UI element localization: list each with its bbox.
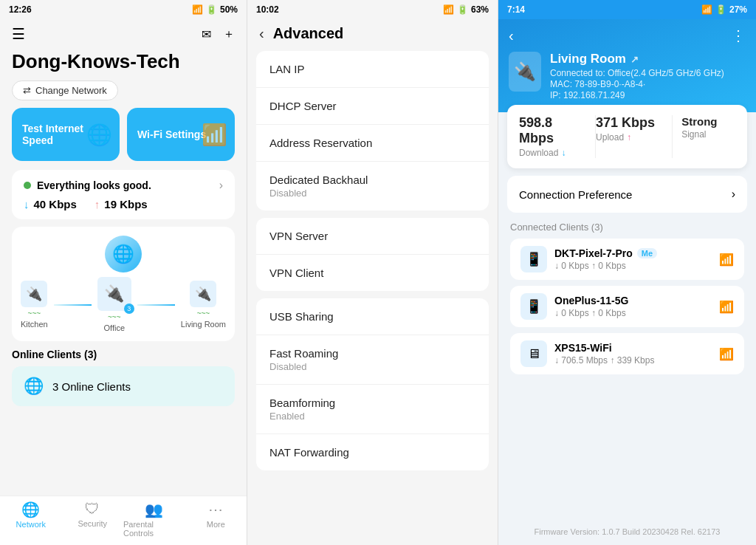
connected-clients-title: Connected Clients (3) bbox=[510, 222, 744, 233]
menu-item-nat-forwarding[interactable]: NAT Forwarding bbox=[256, 434, 489, 470]
firmware-version: Firmware Version: 1.0.7 Build 20230428 R… bbox=[498, 521, 756, 545]
status-indicator bbox=[24, 182, 31, 189]
nav-item-more[interactable]: ⋯ More bbox=[185, 501, 247, 538]
menu-item-address-reservation[interactable]: Address Reservation bbox=[256, 125, 489, 162]
online-clients-label: 3 Online Clients bbox=[52, 380, 131, 393]
device-header: ‹ ⋮ 🔌 Living Room ↗ Connected to: Office… bbox=[498, 19, 756, 112]
speed-icon: 🌐 bbox=[86, 123, 112, 147]
client-card-0[interactable]: 📱 DKT-Pixel-7-Pro Me ↓ 0 Kbps ↑ 0 Kbps 📶 bbox=[510, 239, 744, 280]
panel-device-detail: 7:14 📶 🔋 27% ‹ ⋮ 🔌 Living Room ↗ Connect… bbox=[498, 0, 756, 545]
menu-item-vpn-server[interactable]: VPN Server bbox=[256, 218, 489, 255]
nav-item-security[interactable]: 🛡 Security bbox=[62, 501, 124, 538]
back-button-3[interactable]: ‹ bbox=[509, 27, 514, 44]
wifi-settings-icon: 📶 bbox=[202, 123, 227, 147]
me-badge: Me bbox=[637, 248, 657, 258]
clients-globe-icon: 🌐 bbox=[24, 377, 44, 396]
online-clients-title: Online Clients (3) bbox=[12, 349, 235, 360]
app-title: Dong-Knows-Tech bbox=[12, 50, 235, 73]
online-clients-section: Online Clients (3) 🌐 3 Online Clients bbox=[0, 349, 247, 412]
nav-item-parental[interactable]: 👥 Parental Controls bbox=[123, 501, 185, 538]
speed-info-card: 598.8 Mbps Download ↓ 371 Kbps Upload ↑ … bbox=[507, 105, 747, 168]
security-nav-icon: 🛡 bbox=[85, 501, 100, 518]
device-avatar: 🔌 bbox=[509, 52, 541, 92]
client-card-1[interactable]: 📱 OnePlus-11-5G ↓ 0 Kbps ↑ 0 Kbps 📶 bbox=[510, 286, 744, 327]
network-nav-icon: 🌐 bbox=[21, 501, 40, 518]
device-ip: IP: 192.168.71.249 bbox=[550, 90, 746, 100]
node-office[interactable]: 🔌 3 ~~~ Office bbox=[97, 277, 131, 332]
hamburger-menu[interactable]: ☰ bbox=[12, 25, 25, 43]
device-connected: Connected to: Office(2.4 GHz/5 GHz/6 GHz… bbox=[550, 68, 746, 78]
upload-speed: ↑ 19 Kbps bbox=[94, 198, 148, 210]
time-2: 10:02 bbox=[256, 4, 279, 15]
menu-item-beamforming[interactable]: Beamforming Enabled bbox=[256, 385, 489, 434]
status-bar-3: 7:14 📶 🔋 27% bbox=[498, 0, 756, 19]
globe-icon: 🌐 bbox=[105, 236, 142, 272]
menu-group-3: USB Sharing Fast Roaming Disabled Beamfo… bbox=[256, 298, 489, 470]
chevron-right-icon: › bbox=[219, 179, 223, 192]
test-internet-speed-card[interactable]: Test Internet Speed 🌐 bbox=[12, 108, 120, 161]
connection-preference-row[interactable]: Connection Preference › bbox=[507, 176, 747, 213]
node-kitchen[interactable]: 🔌 ~~~ Kitchen bbox=[21, 281, 48, 329]
download-col: 598.8 Mbps Download ↓ bbox=[519, 115, 596, 158]
wifi-icon-1: 📶 bbox=[719, 300, 734, 314]
status-bar-1: 12:26 📶 🔋 50% bbox=[0, 0, 247, 19]
quick-actions: Test Internet Speed 🌐 Wi-Fi Settings 📶 bbox=[0, 108, 247, 170]
connected-clients-section: Connected Clients (3) 📱 DKT-Pixel-7-Pro … bbox=[498, 213, 756, 385]
menu-item-lan-ip[interactable]: LAN IP bbox=[256, 51, 489, 88]
up-arrow-icon: ↑ bbox=[94, 198, 100, 210]
client-avatar-1: 📱 bbox=[520, 293, 547, 320]
parental-nav-icon: 👥 bbox=[145, 501, 163, 518]
panel1-header: ☰ ✉ ＋ bbox=[0, 19, 247, 47]
advanced-header: ‹ Advanced bbox=[247, 19, 498, 51]
device-name-label: Living Room bbox=[550, 52, 626, 66]
more-nav-icon: ⋯ bbox=[208, 501, 223, 518]
upload-col: 371 Kbps Upload ↑ bbox=[596, 115, 673, 158]
menu-group-1: LAN IP DHCP Server Address Reservation D… bbox=[256, 51, 489, 210]
external-link-icon[interactable]: ↗ bbox=[630, 54, 639, 65]
device-mac: MAC: 78-89-B9-0·-A8-4· bbox=[550, 79, 746, 89]
add-icon[interactable]: ＋ bbox=[223, 27, 235, 42]
connection-pref-chevron: › bbox=[732, 188, 735, 201]
signal-col: Strong Signal bbox=[673, 115, 735, 158]
network-topology: 🌐 🔌 ~~~ Kitchen 🔌 3 ~~~ Office 🔌 ~~~ Liv bbox=[12, 227, 235, 341]
panel-advanced: 10:02 📶 🔋 63% ‹ Advanced LAN IP DHCP Ser… bbox=[247, 0, 498, 545]
change-network-button[interactable]: ⇄ Change Network bbox=[12, 80, 118, 100]
client-avatar-2: 🖥 bbox=[520, 340, 547, 367]
status-bar-2: 10:02 📶 🔋 63% bbox=[247, 0, 498, 19]
status-message: Everything looks good. bbox=[37, 179, 151, 191]
client-card-2[interactable]: 🖥 XPS15-WiFi ↓ 706.5 Mbps ↑ 339 Kbps 📶 bbox=[510, 333, 744, 374]
wifi-settings-card[interactable]: Wi-Fi Settings 📶 bbox=[127, 108, 235, 161]
panel-network: 12:26 📶 🔋 50% ☰ ✉ ＋ Dong-Knows-Tech ⇄ Ch… bbox=[0, 0, 247, 545]
wifi-icon-2: 📶 bbox=[719, 347, 734, 361]
back-button-2[interactable]: ‹ bbox=[259, 25, 264, 42]
battery-1: 📶 🔋 50% bbox=[192, 4, 238, 15]
menu-item-fast-roaming[interactable]: Fast Roaming Disabled bbox=[256, 335, 489, 385]
upload-arrow-icon: ↑ bbox=[627, 132, 631, 143]
advanced-title: Advanced bbox=[273, 25, 344, 42]
time-1: 12:26 bbox=[9, 4, 32, 15]
download-speed: ↓ 40 Kbps bbox=[24, 198, 77, 210]
connection-pref-label: Connection Preference bbox=[519, 188, 632, 201]
mail-icon[interactable]: ✉ bbox=[202, 27, 211, 41]
status-card: Everything looks good. › ↓ 40 Kbps ↑ 19 … bbox=[12, 170, 235, 219]
down-arrow-icon: ↓ bbox=[24, 198, 30, 210]
node-living-room[interactable]: 🔌 ~~~ Living Room bbox=[181, 281, 226, 329]
menu-item-dedicated-backhaul[interactable]: Dedicated Backhaul Disabled bbox=[256, 162, 489, 210]
wifi-icon-0: 📶 bbox=[719, 253, 734, 267]
menu-item-dhcp[interactable]: DHCP Server bbox=[256, 88, 489, 125]
time-3: 7:14 bbox=[507, 4, 525, 15]
bottom-nav: 🌐 Network 🛡 Security 👥 Parental Controls… bbox=[0, 496, 247, 545]
menu-group-2: VPN Server VPN Client bbox=[256, 218, 489, 291]
download-arrow-icon: ↓ bbox=[561, 148, 566, 158]
title-section: Dong-Knows-Tech bbox=[0, 47, 247, 80]
menu-item-usb-sharing[interactable]: USB Sharing bbox=[256, 298, 489, 335]
filter-icon: ⇄ bbox=[23, 85, 31, 96]
client-avatar-0: 📱 bbox=[520, 246, 547, 272]
online-clients-card[interactable]: 🌐 3 Online Clients bbox=[12, 366, 235, 406]
menu-item-vpn-client[interactable]: VPN Client bbox=[256, 255, 489, 291]
nav-item-network[interactable]: 🌐 Network bbox=[0, 501, 62, 538]
more-button-3[interactable]: ⋮ bbox=[731, 27, 746, 44]
